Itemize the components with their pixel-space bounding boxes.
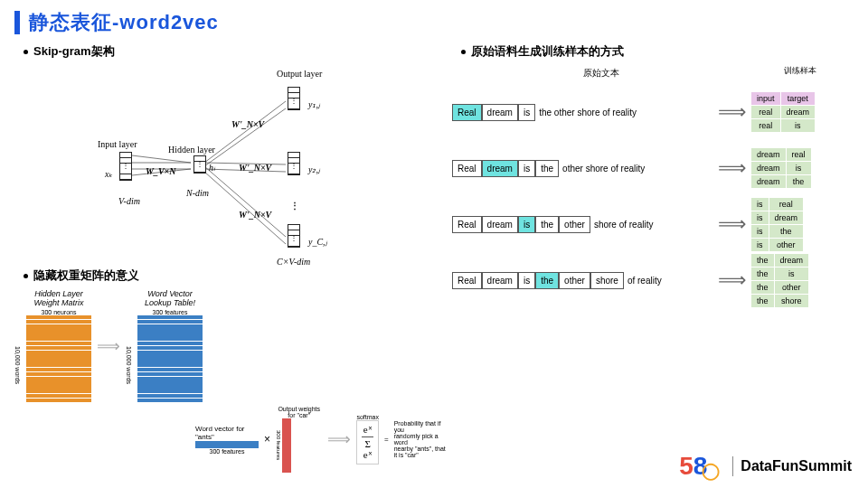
cvdim-label: C×V-dim bbox=[277, 257, 310, 267]
context-word: dream bbox=[482, 272, 518, 289]
table-header: target bbox=[780, 92, 816, 106]
sentence-row: Realdreamisthe other shore of reality⟹in… bbox=[452, 87, 850, 137]
center-word: dream bbox=[482, 160, 518, 177]
arrow-icon: ⟹ bbox=[718, 156, 743, 180]
table-cell: real bbox=[786, 148, 811, 162]
rest-text: of reality bbox=[627, 276, 662, 286]
table-row: theis bbox=[751, 267, 809, 280]
blue-matrix bbox=[137, 315, 203, 402]
context-word: Real bbox=[452, 216, 482, 233]
out-weights-label: Output weights for "car" bbox=[276, 406, 322, 418]
table-cell: dream bbox=[774, 253, 809, 267]
transform-arrow-icon: ⟹ bbox=[97, 336, 120, 356]
center-word: Real bbox=[452, 104, 482, 121]
xk-label: xₖ bbox=[105, 169, 112, 179]
context-word: the bbox=[535, 160, 559, 177]
training-pairs-table: thedreamtheistheothertheshore bbox=[750, 253, 809, 308]
title-accent bbox=[14, 11, 20, 34]
output-vector-1: ⋮ bbox=[288, 87, 300, 110]
train-sample-label: 训练样本 bbox=[750, 65, 850, 77]
context-word: the bbox=[535, 216, 559, 233]
table-header: input bbox=[751, 92, 781, 106]
lookup-title: Word Vector Lookup Table! bbox=[137, 289, 203, 309]
table-cell: is bbox=[780, 119, 816, 133]
output-column-bar bbox=[282, 418, 291, 473]
hidden-vector: ⋮ bbox=[193, 155, 206, 174]
table-cell: real bbox=[751, 119, 781, 133]
context-word: other bbox=[559, 272, 590, 289]
w-nv2-label: W'_N×V bbox=[239, 163, 271, 173]
context-word: Real bbox=[452, 160, 482, 177]
arrow-icon: ⟹ bbox=[718, 100, 743, 124]
diagram-lines bbox=[14, 65, 448, 264]
table-row: thedream bbox=[751, 253, 809, 267]
arch-heading: Skip-gram架构 bbox=[24, 43, 448, 60]
table-row: isother bbox=[751, 238, 804, 251]
input-vector: ⋮ bbox=[119, 152, 132, 181]
table-cell: the bbox=[751, 294, 775, 307]
table-row: dreamreal bbox=[751, 148, 812, 162]
sample-heading: 原始语料生成训练样本的方式 bbox=[461, 43, 850, 60]
center-word: the bbox=[535, 272, 559, 289]
orig-text-label: 原始文本 bbox=[452, 67, 750, 80]
probability-text: Probability that if you randomly pick a … bbox=[394, 420, 448, 458]
sentence-row: Realdreamistheothershore of reality⟹isre… bbox=[452, 199, 850, 249]
weight-matrix-section: 10,000 words Hidden Layer Weight Matrix … bbox=[14, 289, 448, 402]
table-cell: is bbox=[751, 197, 769, 211]
softmax-row: Word vector for "ants" 300 features × Ou… bbox=[195, 406, 448, 473]
table-cell: other bbox=[774, 280, 809, 294]
training-pairs-table: inputtargetrealdreamrealis bbox=[750, 91, 816, 133]
table-cell: the bbox=[751, 280, 775, 294]
orange-matrix bbox=[26, 315, 91, 402]
table-cell: other bbox=[769, 238, 804, 251]
table-cell: the bbox=[786, 175, 811, 189]
table-cell: the bbox=[751, 267, 775, 280]
equals-symbol: = bbox=[384, 436, 389, 444]
w-vn-label: W_V×N bbox=[146, 166, 175, 176]
table-row: isreal bbox=[751, 197, 804, 211]
context-word: shore bbox=[590, 272, 624, 289]
table-cell: is bbox=[774, 267, 809, 280]
left-column: Skip-gram架构 O bbox=[14, 40, 448, 473]
table-cell: the bbox=[769, 224, 804, 238]
table-row: theshore bbox=[751, 294, 809, 307]
y1-label: y₁,ⱼ bbox=[308, 99, 320, 109]
skipgram-diagram: Output layer Input layer Hidden layer y₁… bbox=[14, 65, 448, 264]
wv-features: 300 features bbox=[195, 448, 259, 455]
softmax-block: softmax eˣ Σ eˣ bbox=[356, 414, 379, 465]
table-cell: dream bbox=[769, 211, 804, 224]
wv-label: Word vector for "ants" bbox=[195, 425, 259, 441]
rest-text: the other shore of reality bbox=[539, 108, 637, 117]
softmax-formula: eˣ Σ eˣ bbox=[356, 420, 379, 465]
right-column: 原始语料生成训练样本的方式 原始文本 训练样本 Realdreamisthe o… bbox=[452, 40, 850, 473]
table-cell: dream bbox=[751, 162, 787, 175]
logo-digit-5: 5 bbox=[679, 452, 693, 480]
output-weights-block: Output weights for "car" 300 features bbox=[276, 406, 322, 473]
word-vector-block: Word vector for "ants" 300 features bbox=[195, 425, 259, 455]
neurons-label: 300 neurons bbox=[26, 309, 91, 315]
h1-label: hᵢ bbox=[209, 163, 215, 173]
table-row: theother bbox=[751, 280, 809, 294]
table-cell: real bbox=[751, 106, 781, 119]
table-cell: real bbox=[769, 197, 804, 211]
features-label: 300 features bbox=[137, 309, 203, 315]
hidden-matrix-block: Hidden Layer Weight Matrix 300 neurons bbox=[26, 289, 91, 402]
arrow-icon: ⟹ bbox=[718, 268, 743, 292]
output-layer-label: Output layer bbox=[277, 69, 322, 79]
title-bar: 静态表征-word2vec bbox=[0, 0, 868, 40]
summit-label: DataFunSummit bbox=[741, 458, 852, 474]
table-cell: dream bbox=[780, 106, 816, 119]
table-cell: the bbox=[751, 253, 775, 267]
logo-58: 58◯ bbox=[679, 452, 725, 481]
context-word: is bbox=[518, 272, 535, 289]
context-word: is bbox=[518, 104, 535, 121]
svg-line-2 bbox=[132, 155, 191, 163]
output-vector-c: ⋮ bbox=[288, 224, 300, 248]
table-cell: is bbox=[751, 224, 769, 238]
arrow-icon: ⟹ bbox=[327, 429, 351, 449]
sentence-row: Realdreamistheother shore of reality⟹dre… bbox=[452, 143, 850, 193]
table-row: realdream bbox=[751, 106, 816, 119]
times-symbol: × bbox=[264, 433, 270, 446]
footer: 58◯ DataFunSummit bbox=[679, 452, 852, 481]
rest-text: shore of reality bbox=[594, 220, 654, 230]
